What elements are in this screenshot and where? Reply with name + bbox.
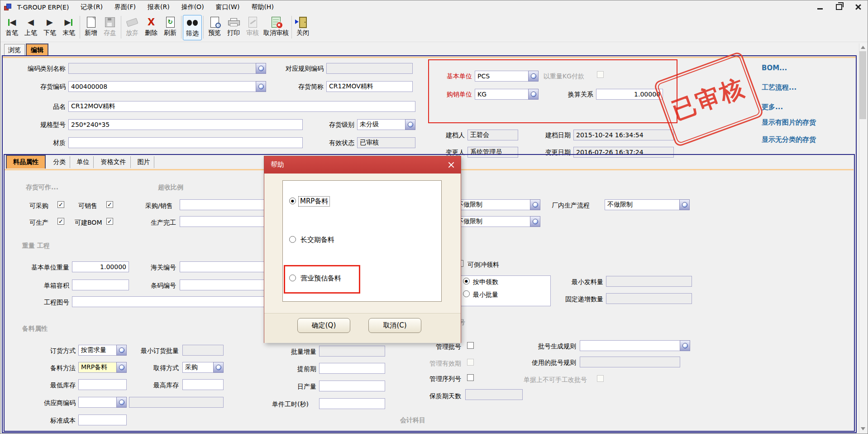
save-floppy-icon [105,16,115,29]
by-request-radio[interactable]: ● [463,278,470,285]
material-field[interactable] [68,137,303,148]
factory-flow-field[interactable]: 不做限制 [605,199,690,210]
subtab-unit[interactable]: 单位 [73,156,94,168]
bomable-checkbox[interactable]: ✓ [106,218,113,225]
dialog-mrp-radio[interactable]: ● [289,198,296,204]
min-batch-radio[interactable] [463,290,470,297]
menu-help[interactable]: 帮助(H) [245,2,279,13]
rule-code-label: 对应规则编码 [286,64,324,72]
used-rule-label: 使用的批号规则 [532,358,576,366]
restore-button[interactable] [833,2,845,11]
minimize-button[interactable] [814,2,826,11]
toolbar-audit-button: 审核 [243,15,262,40]
first-record-icon: ◀ [8,16,16,29]
limit2-lookup-icon[interactable] [530,216,540,227]
inv-code-lookup-icon[interactable] [256,81,266,92]
dialog-mrp-option[interactable]: MRP备料 [299,197,329,206]
dialog-close-icon[interactable] [447,161,455,169]
mng-batch-checkbox[interactable] [467,342,474,349]
producible-checkbox[interactable]: ✓ [57,218,64,225]
subtab-qualification[interactable]: 资格文件 [96,156,131,168]
toolbar-cancel-audit-button[interactable]: 取消审核 [262,15,290,40]
link-bom[interactable]: BOM... [762,64,787,72]
limit1-field[interactable]: 不做限制 [454,199,540,210]
menu-window[interactable]: 窗口(W) [210,2,246,13]
daily-out-field[interactable] [319,381,385,391]
inv-short-field[interactable]: CR12MOV精料 [326,81,413,92]
toolbar-next-button[interactable]: ▶ 下笔 [40,15,59,40]
prep-method-lookup-icon[interactable] [116,362,127,373]
subtab-classification[interactable]: 分类 [49,156,70,168]
min-order-field [182,345,224,356]
subtab-item-attribute[interactable]: 料品属性 [6,155,46,169]
inv-code-field[interactable]: 400400008 [68,81,266,92]
link-show-unclassified[interactable]: 显示无分类的存货 [762,135,816,144]
unit-weight-field[interactable]: 1.00000 [72,261,129,272]
customs-label: 海关编号 [151,263,176,271]
link-more[interactable]: 更多... [762,103,783,111]
scroll-up-icon[interactable] [861,46,865,49]
producible-label: 可生产 [29,218,48,227]
printer-icon [228,16,239,29]
box-vol-field[interactable] [72,280,129,290]
limit2-field[interactable]: 不做限制 [454,216,540,227]
menu-record[interactable]: 记录(R) [75,2,109,13]
spec-field[interactable]: 250*240*35 [68,119,303,130]
toolbar-close-button[interactable]: 关闭 [293,15,312,40]
toolbar-refresh-button[interactable]: ↻ 刷新 [161,15,180,40]
close-button[interactable] [852,2,864,11]
fixed-inc-field [606,293,692,304]
toolbar-separator [121,16,121,39]
scrollbar-thumb[interactable] [859,51,866,119]
menu-interface[interactable]: 界面(F) [109,2,142,13]
acquire-label: 取得方式 [153,364,179,372]
link-show-with-picture[interactable]: 显示有图片的存货 [762,118,816,127]
dialog-longlead-option[interactable]: 长交期备料 [300,236,334,244]
std-cost-field[interactable] [78,415,127,425]
lead-time-field[interactable] [319,363,385,374]
toolbar-print-button[interactable]: 打印 [224,15,243,40]
inv-level-lookup-icon[interactable] [405,119,415,130]
unit-time-label: 单件工时(秒) [272,400,309,408]
order-mode-lookup-icon[interactable] [116,345,127,356]
scroll-down-icon[interactable] [861,427,865,430]
acquire-lookup-icon[interactable] [213,362,224,373]
toolbar-last-button[interactable]: ▶ 末笔 [59,15,78,40]
sellable-checkbox[interactable]: ✓ [106,201,113,208]
code-class-lookup-icon[interactable] [256,63,266,74]
factory-flow-lookup-icon[interactable] [679,199,690,210]
toolbar-preview-button[interactable]: 预览 [205,15,224,40]
dialog-cancel-button[interactable]: 取消(C) [368,318,421,333]
units-highlight-box [428,59,677,123]
toolbar-new-button[interactable]: 新增 [81,15,100,40]
tab-edit[interactable]: 编辑 [26,43,48,56]
max-stock-label: 最高库存 [153,381,179,389]
dialog-ok-button[interactable]: 确定(Q) [297,318,350,333]
dialog-longlead-radio[interactable] [289,236,296,243]
menu-operation[interactable]: 操作(O) [176,2,210,13]
batch-rule-field[interactable] [580,340,690,351]
supplier-name-field [129,397,224,408]
pname-field[interactable]: CR12MOV精料 [68,101,415,112]
toolbar-delete-button[interactable]: X 删除 [142,15,161,40]
unit-time-field[interactable] [319,398,385,409]
min-stock-field[interactable] [78,379,127,390]
code-class-field [68,63,266,74]
max-stock-field[interactable] [182,379,224,390]
toolbar-filter-button[interactable]: 筛选 [183,15,202,40]
limit1-lookup-icon[interactable] [530,199,540,210]
toolbar-save-button: 存盘 [100,15,119,40]
toolbar-prev-button[interactable]: ◀ 上笔 [21,15,40,40]
supplier-lookup-icon[interactable] [116,397,127,408]
section-usable: 存货可作... [26,183,58,192]
link-process-flow[interactable]: 工艺流程... [762,83,796,92]
menu-report[interactable]: 报表(R) [142,2,176,13]
batch-rule-lookup-icon[interactable] [680,340,690,351]
purchasable-checkbox[interactable]: ✓ [57,201,64,208]
toolbar-first-button[interactable]: ◀ 首笔 [2,15,21,40]
tab-browse[interactable]: 浏览 [4,44,25,56]
subtab-picture[interactable]: 图片 [134,156,154,168]
prod-fin-label: 生产完工 [151,218,176,227]
menu-app[interactable]: T-GROUP ERP(E) [11,2,75,12]
mng-serial-checkbox[interactable] [467,374,474,381]
